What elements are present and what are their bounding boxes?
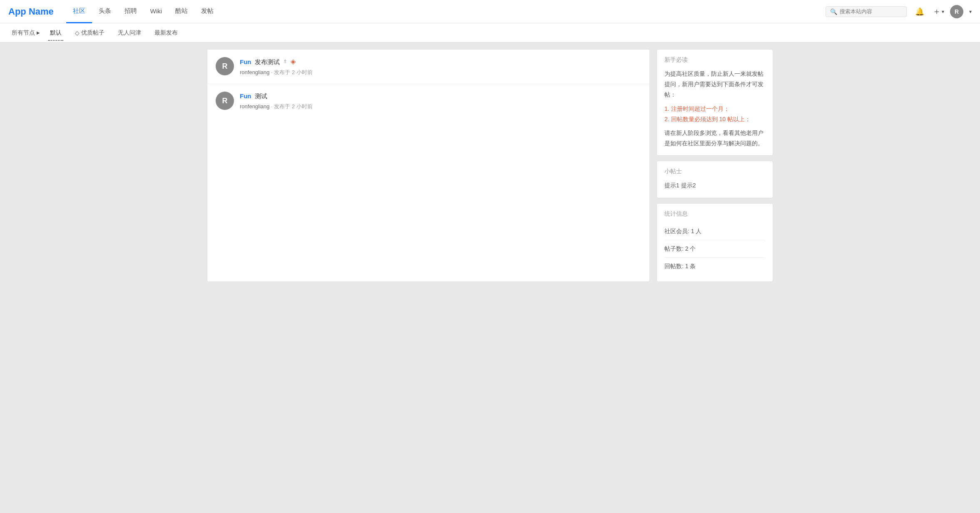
tips-card-body: 提示1 提示2 bbox=[664, 180, 765, 191]
stats-item: 帖子数: 2 个 bbox=[664, 240, 765, 258]
post-avatar: R bbox=[216, 92, 234, 110]
sub-nav-tab-优质帖子[interactable]: ◇优质帖子 bbox=[68, 23, 111, 42]
newbie-intro: 为提高社区质量，防止新人一来就发帖提问，新用户需要达到下面条件才可发帖： bbox=[664, 69, 765, 100]
nav-link-发帖[interactable]: 发帖 bbox=[194, 0, 220, 23]
avatar-button[interactable]: R bbox=[950, 5, 963, 18]
search-box: 🔍 bbox=[826, 6, 907, 17]
post-title-text: 发布测试 bbox=[255, 57, 280, 66]
notification-button[interactable]: 🔔 bbox=[913, 5, 927, 18]
sub-nav: 所有节点 ▶ 默认◇优质帖子无人问津最新发布 bbox=[0, 23, 980, 42]
stats-card-title: 统计信息 bbox=[664, 210, 765, 218]
sub-nav-tab-默认[interactable]: 默认 bbox=[43, 23, 68, 42]
post-title: Fun 测试 bbox=[240, 92, 641, 100]
add-button[interactable]: ＋ ▾ bbox=[933, 6, 944, 17]
tips-card-title: 小帖士 bbox=[664, 168, 765, 175]
post-time: · 发布于 2 小时前 bbox=[270, 69, 313, 75]
quality-icon: ◇ bbox=[75, 30, 80, 36]
nav-links: 社区头条招聘Wiki酷站发帖 bbox=[66, 0, 220, 23]
post-title: Fun 发布测试 ⇑ ◈ bbox=[240, 57, 641, 66]
nav-link-招聘[interactable]: 招聘 bbox=[118, 0, 144, 23]
nodes-arrow-icon: ▶ bbox=[37, 30, 40, 35]
search-icon: 🔍 bbox=[830, 8, 837, 15]
post-diamond-icon: ◈ bbox=[291, 57, 296, 66]
newbie-card-title: 新手必读 bbox=[664, 56, 765, 64]
post-meta: ronfengliang · 发布于 2 小时前 bbox=[240, 103, 641, 110]
main-layout: RFun 发布测试 ⇑ ◈ronfengliang · 发布于 2 小时前RFu… bbox=[199, 42, 781, 289]
sub-nav-tab-无人问津[interactable]: 无人问津 bbox=[111, 23, 148, 42]
newbie-outro: 请在新人阶段多浏览，看看其他老用户是如何在社区里面分享与解决问题的。 bbox=[664, 128, 765, 149]
stats-item: 社区会员: 1 人 bbox=[664, 223, 765, 240]
nav-right: 🔍 🔔 ＋ ▾ R ▾ bbox=[826, 5, 972, 18]
post-author[interactable]: ronfengliang bbox=[240, 103, 270, 110]
nav-link-酷站[interactable]: 酷站 bbox=[169, 0, 194, 23]
post-content: Fun 发布测试 ⇑ ◈ronfengliang · 发布于 2 小时前 bbox=[240, 57, 641, 76]
stats-card-body: 社区会员: 1 人帖子数: 2 个回帖数: 1 条 bbox=[664, 223, 765, 275]
newbie-rule-1: 1. 注册时间超过一个月； bbox=[664, 104, 765, 114]
post-list: RFun 发布测试 ⇑ ◈ronfengliang · 发布于 2 小时前RFu… bbox=[207, 49, 650, 282]
nav-link-头条[interactable]: 头条 bbox=[92, 0, 118, 23]
newbie-rule-2: 2. 回帖数量必须达到 10 帖以上； bbox=[664, 114, 765, 125]
newbie-card: 新手必读 为提高社区质量，防止新人一来就发帖提问，新用户需要达到下面条件才可发帖… bbox=[657, 49, 773, 156]
sub-nav-tab-最新发布[interactable]: 最新发布 bbox=[148, 23, 184, 42]
search-input[interactable] bbox=[840, 8, 902, 15]
post-category: Fun bbox=[240, 92, 251, 100]
post-avatar: R bbox=[216, 57, 234, 75]
sidebar: 新手必读 为提高社区质量，防止新人一来就发帖提问，新用户需要达到下面条件才可发帖… bbox=[657, 49, 773, 282]
tips-card: 小帖士 提示1 提示2 bbox=[657, 161, 773, 198]
stats-item: 回帖数: 1 条 bbox=[664, 258, 765, 275]
nav-link-Wiki[interactable]: Wiki bbox=[144, 0, 169, 23]
post-item[interactable]: RFun 发布测试 ⇑ ◈ronfengliang · 发布于 2 小时前 bbox=[207, 50, 649, 84]
tips-content: 提示1 提示2 bbox=[664, 182, 696, 189]
top-nav: App Name 社区头条招聘Wiki酷站发帖 🔍 🔔 ＋ ▾ R ▾ bbox=[0, 0, 980, 23]
post-up-arrow-icon: ⇑ bbox=[283, 58, 287, 65]
app-name: App Name bbox=[8, 6, 54, 17]
post-category: Fun bbox=[240, 57, 251, 66]
post-author[interactable]: ronfengliang bbox=[240, 69, 270, 75]
post-content: Fun 测试ronfengliang · 发布于 2 小时前 bbox=[240, 92, 641, 110]
nav-link-社区[interactable]: 社区 bbox=[66, 0, 92, 23]
post-item[interactable]: RFun 测试ronfengliang · 发布于 2 小时前 bbox=[207, 84, 649, 118]
stats-card: 统计信息 社区会员: 1 人帖子数: 2 个回帖数: 1 条 bbox=[657, 203, 773, 282]
avatar-dropdown-icon[interactable]: ▾ bbox=[969, 9, 972, 15]
post-title-text: 测试 bbox=[255, 92, 267, 100]
newbie-card-body: 为提高社区质量，防止新人一来就发帖提问，新用户需要达到下面条件才可发帖： 1. … bbox=[664, 69, 765, 149]
all-nodes-button[interactable]: 所有节点 ▶ bbox=[8, 29, 43, 37]
post-meta: ronfengliang · 发布于 2 小时前 bbox=[240, 69, 641, 76]
post-time: · 发布于 2 小时前 bbox=[270, 103, 313, 110]
